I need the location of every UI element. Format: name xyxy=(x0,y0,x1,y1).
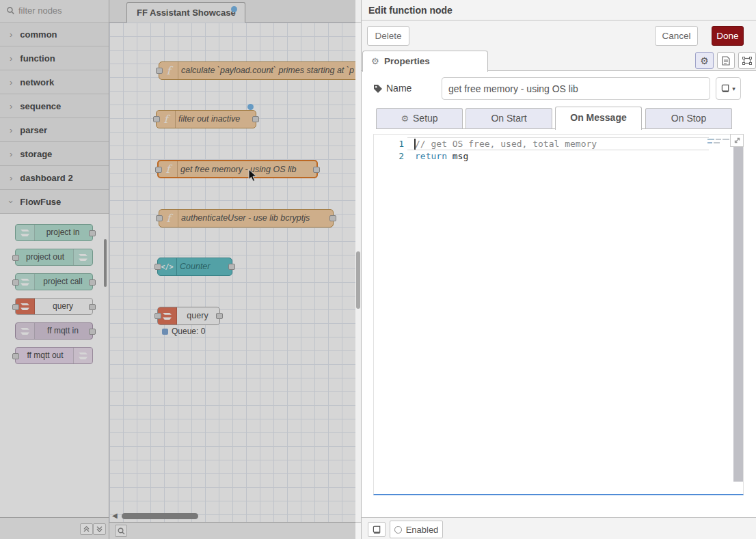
tab-on-message[interactable]: On Message xyxy=(555,107,642,130)
node-input-port[interactable] xyxy=(12,353,19,359)
flow-node-calculate-primes[interactable]: f calculate `payload.count` primes start… xyxy=(159,61,361,80)
editor-scrollbar[interactable] xyxy=(733,147,743,482)
zoom-search-button[interactable] xyxy=(115,525,127,537)
properties-view-button[interactable]: ⚙ xyxy=(695,52,714,69)
flow-grid[interactable]: f calculate `payload.count` primes start… xyxy=(109,23,355,522)
mouse-cursor xyxy=(248,169,258,182)
node-input-port[interactable] xyxy=(155,167,162,173)
double-chevron-down-icon xyxy=(96,526,103,532)
tray-header: Edit function node xyxy=(362,0,756,20)
palette-scrollbar[interactable] xyxy=(104,239,107,287)
gear-icon: ⚙ xyxy=(700,55,709,66)
tab-setup[interactable]: ⚙Setup xyxy=(376,108,463,129)
palette-node-ff-mqtt-in[interactable]: ff mqtt in xyxy=(15,322,93,340)
line-number: 1 xyxy=(374,138,404,150)
gear-icon: ⚙ xyxy=(401,113,409,124)
node-input-port[interactable] xyxy=(12,279,19,286)
node-output-port[interactable] xyxy=(329,215,336,221)
flow-tabbar: FF Assistant Showcase xyxy=(109,0,361,23)
node-output-port[interactable] xyxy=(228,264,235,270)
palette-category-flowfuse[interactable]: ›FlowFuse xyxy=(0,190,109,214)
expand-icon xyxy=(733,137,741,144)
caret-down-icon: ▾ xyxy=(732,85,735,92)
code-line-1: // get OS free, used, total memory xyxy=(415,138,702,150)
palette-category-parser[interactable]: ›parser xyxy=(0,118,109,142)
flowfuse-icon xyxy=(16,323,35,339)
name-input[interactable] xyxy=(442,77,710,100)
delete-button[interactable]: Delete xyxy=(367,26,409,46)
node-output-port[interactable] xyxy=(89,279,96,286)
book-icon xyxy=(373,525,381,534)
node-input-port[interactable] xyxy=(12,304,19,310)
tab-on-stop[interactable]: On Stop xyxy=(645,108,732,129)
tag-icon xyxy=(373,84,383,94)
canvas-vscrollbar-track[interactable] xyxy=(355,23,361,522)
flow-node-get-free-memory[interactable]: f get free memory - using OS lib xyxy=(157,160,318,178)
chevron-right-icon: › xyxy=(10,101,12,111)
flow-node-authenticate-user[interactable]: f authenticateUser - use lib bcryptjs xyxy=(159,209,334,227)
edit-tray: Edit function node Delete Cancel Done ⚙ … xyxy=(361,0,756,539)
editor-minimap[interactable] xyxy=(707,137,731,148)
palette-sidebar: filter nodes ›common ›function ›network … xyxy=(0,0,109,539)
tray-title: Edit function node xyxy=(362,0,756,16)
appearance-button[interactable] xyxy=(738,52,756,69)
palette-category-dashboard2[interactable]: ›dashboard 2 xyxy=(0,166,109,190)
tab-on-start[interactable]: On Start xyxy=(465,108,552,129)
palette-node-project-out[interactable]: project out xyxy=(15,249,93,266)
document-icon xyxy=(722,56,730,66)
node-input-port[interactable] xyxy=(156,215,163,221)
palette-category-common[interactable]: ›common xyxy=(0,23,109,46)
unsaved-changes-dot xyxy=(231,6,237,12)
status-dot-blue xyxy=(162,329,168,335)
node-input-port[interactable] xyxy=(154,313,161,319)
code-editor[interactable]: 1 2 // get OS free, used, total memory r… xyxy=(373,134,744,495)
enabled-toggle[interactable]: Enabled xyxy=(390,521,443,538)
palette-filter[interactable]: filter nodes xyxy=(0,0,109,23)
flow-node-query[interactable]: query xyxy=(157,307,220,325)
flow-node-filter-out-inactive[interactable]: f filter out inactive xyxy=(156,110,256,128)
description-button[interactable] xyxy=(717,52,735,69)
node-input-port[interactable] xyxy=(154,264,161,270)
palette-category-sequence[interactable]: ›sequence xyxy=(0,94,109,118)
node-output-port[interactable] xyxy=(313,167,320,173)
node-output-port[interactable] xyxy=(252,116,259,122)
collapse-all-button[interactable] xyxy=(80,523,93,535)
scroll-left-arrow[interactable]: ◀ xyxy=(112,512,118,519)
flowfuse-icon xyxy=(16,225,35,240)
library-button[interactable]: ▾ xyxy=(716,77,741,100)
palette-category-function[interactable]: ›function xyxy=(0,46,109,70)
canvas-hscrollbar-thumb[interactable] xyxy=(122,513,198,519)
done-button[interactable]: Done xyxy=(712,26,744,46)
palette-node-list: project in project out project call que xyxy=(0,214,109,517)
flowfuse-icon xyxy=(73,348,92,363)
chevron-right-icon: › xyxy=(10,125,12,135)
palette-filter-placeholder: filter nodes xyxy=(18,5,62,16)
tray-body: Name ▾ ⚙Setup On Start On Message On Sto… xyxy=(362,71,756,517)
cancel-button[interactable]: Cancel xyxy=(655,26,698,46)
flow-node-counter[interactable]: </> Counter xyxy=(157,258,232,276)
appearance-icon xyxy=(742,57,752,65)
palette-category-network[interactable]: ›network xyxy=(0,70,109,94)
node-output-port[interactable] xyxy=(216,313,223,319)
flow-tab[interactable]: FF Assistant Showcase xyxy=(126,2,245,23)
canvas-vscrollbar-thumb[interactable] xyxy=(356,251,360,309)
gear-icon: ⚙ xyxy=(371,56,379,66)
tab-properties[interactable]: ⚙ Properties xyxy=(362,51,488,72)
palette-node-project-in[interactable]: project in xyxy=(15,224,93,241)
node-input-port[interactable] xyxy=(156,68,163,74)
node-output-port[interactable] xyxy=(89,304,96,310)
palette-node-query[interactable]: query xyxy=(15,298,93,315)
node-input-port[interactable] xyxy=(12,255,19,261)
palette-footer xyxy=(0,517,109,539)
palette-category-storage[interactable]: ›storage xyxy=(0,142,109,166)
chevron-right-icon: › xyxy=(10,29,12,40)
name-label: Name xyxy=(386,83,411,94)
node-output-port[interactable] xyxy=(89,230,96,236)
palette-node-ff-mqtt-out[interactable]: ff mqtt out xyxy=(15,347,93,364)
node-input-port[interactable] xyxy=(153,116,160,122)
node-help-button[interactable] xyxy=(368,522,386,537)
editor-expand-button[interactable] xyxy=(730,134,744,147)
expand-all-button[interactable] xyxy=(93,523,106,535)
palette-node-project-call[interactable]: project call xyxy=(15,273,93,290)
node-output-port[interactable] xyxy=(89,329,96,335)
